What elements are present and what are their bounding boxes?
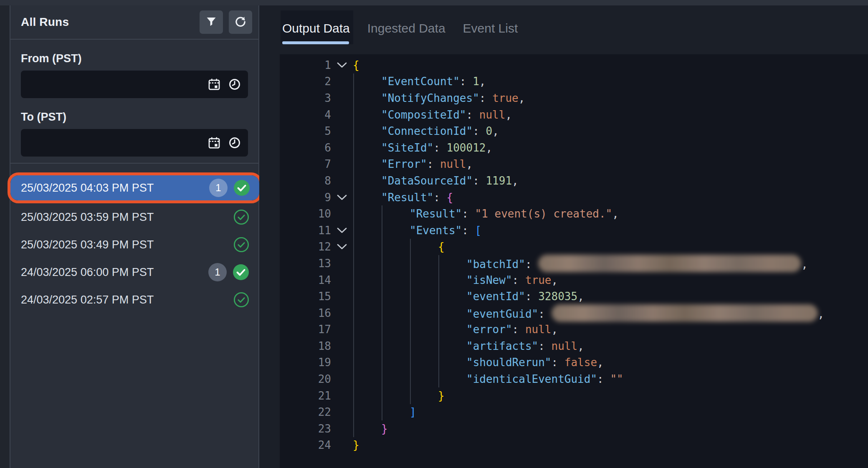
run-list-item[interactable]: 24/03/2025 06:00 PM PST1 [10, 258, 258, 286]
code-line: 19"shouldRerun": false, [280, 354, 868, 371]
tab-ingested-data[interactable]: Ingested Data [366, 10, 449, 44]
code-line: 3"NotifyChanges": true, [280, 90, 868, 106]
fold-chevron[interactable] [331, 243, 353, 250]
code-line: 5"ConnectionId": 0, [280, 123, 868, 139]
indent-guide [438, 255, 439, 387]
funnel-icon [205, 16, 217, 29]
indent-guide [353, 73, 354, 437]
clock-icon[interactable] [228, 136, 241, 149]
run-list-item[interactable]: 25/03/2025 03:49 PM PST [10, 231, 258, 258]
tab-event-list[interactable]: Event List [461, 10, 521, 44]
filter-button[interactable] [200, 10, 223, 34]
json-code-viewer[interactable]: 1{2"EventCount": 1,3"NotifyChanges": tru… [280, 54, 868, 468]
clock-icon[interactable] [228, 78, 241, 91]
redacted-value [538, 255, 801, 272]
line-number: 17 [280, 323, 331, 336]
code-line: 6"SiteId": 100012, [280, 139, 868, 156]
code-line: 23} [280, 420, 868, 437]
line-number: 20 [280, 373, 331, 385]
code-line: 1{ [280, 57, 868, 73]
success-check-filled-icon [233, 264, 249, 281]
code-line: 9"Result": { [280, 189, 868, 206]
panel-title: All Runs [21, 15, 194, 29]
code-line: 20"identicalEventGuid": "" [280, 371, 868, 387]
code-line: 4"CompositeId": null, [280, 106, 868, 123]
line-number: 22 [280, 406, 331, 418]
line-number: 3 [280, 92, 331, 104]
chevron-down-icon [337, 243, 347, 250]
fold-chevron[interactable] [331, 194, 353, 201]
left-rail [0, 5, 10, 468]
line-number: 15 [280, 290, 331, 303]
chevron-down-icon [337, 227, 347, 234]
chevron-down-icon [337, 62, 347, 68]
all-runs-header: All Runs [10, 5, 258, 40]
success-check-outline-icon [233, 237, 249, 253]
all-runs-panel: All Runs From (PST) [10, 5, 259, 468]
code-line: 2"EventCount": 1, [280, 73, 868, 90]
code-line: 13"batchId": , [280, 255, 868, 272]
window-top-strip [0, 0, 868, 5]
indent-guide [410, 239, 411, 404]
code-line: 10"Result": "1 event(s) created.", [280, 205, 868, 222]
tab-bar: Output DataIngested DataEvent List [281, 10, 521, 44]
code-line: 21} [280, 387, 868, 404]
code-line: 11"Events": [ [280, 222, 868, 239]
event-count-badge: 1 [208, 263, 227, 281]
line-number: 18 [280, 340, 331, 352]
line-number: 13 [280, 257, 331, 270]
code-line: 17"error": null, [280, 321, 868, 338]
fold-chevron[interactable] [331, 227, 353, 234]
run-list: 25/03/2025 04:03 PM PST125/03/2025 03:59… [10, 164, 258, 314]
code-line: 12{ [280, 239, 868, 256]
line-number: 2 [280, 75, 331, 88]
refresh-icon [234, 15, 247, 29]
run-timestamp: 24/03/2025 06:00 PM PST [21, 266, 208, 279]
to-datetime-input[interactable] [21, 129, 248, 157]
line-number: 11 [280, 224, 331, 237]
line-number: 23 [280, 422, 331, 435]
chevron-down-icon [337, 194, 347, 201]
code-line: 22] [280, 404, 868, 420]
code-line: 14"isNew": true, [280, 272, 868, 288]
line-number: 16 [280, 307, 331, 319]
run-list-item[interactable]: 24/03/2025 02:57 PM PST [10, 286, 258, 314]
main-area: Output DataIngested DataEvent List 1{2"E… [259, 5, 868, 468]
line-number: 10 [280, 207, 331, 220]
line-number: 9 [280, 191, 331, 204]
calendar-icon[interactable] [207, 136, 221, 150]
line-number: 6 [280, 142, 331, 154]
fold-chevron[interactable] [331, 62, 353, 68]
refresh-button[interactable] [229, 10, 252, 34]
date-filters-section: From (PST) To (PST) [10, 40, 258, 164]
line-number: 19 [280, 356, 331, 369]
run-timestamp: 25/03/2025 03:59 PM PST [21, 211, 233, 224]
tab-output-data[interactable]: Output Data [281, 10, 353, 44]
run-timestamp: 24/03/2025 02:57 PM PST [21, 293, 233, 306]
calendar-icon[interactable] [207, 77, 221, 91]
redacted-value [552, 304, 818, 322]
from-datetime-input[interactable] [21, 71, 248, 98]
code-line: 18"artifacts": null, [280, 338, 868, 354]
to-label: To (PST) [21, 111, 248, 124]
from-label: From (PST) [21, 52, 248, 65]
code-line: 8"DataSourceId": 1191, [280, 172, 868, 189]
line-number: 12 [280, 240, 331, 253]
line-number: 5 [280, 125, 331, 137]
run-list-item[interactable]: 25/03/2025 04:03 PM PST1 [10, 175, 259, 200]
line-number: 8 [280, 175, 331, 187]
line-number: 1 [280, 59, 331, 71]
indent-guide [382, 205, 382, 420]
run-timestamp: 25/03/2025 04:03 PM PST [21, 182, 209, 195]
run-list-item[interactable]: 25/03/2025 03:59 PM PST [10, 203, 258, 231]
line-number: 7 [280, 158, 331, 170]
code-line: 16"eventGuid": , [280, 305, 868, 321]
code-line: 24} [280, 437, 868, 454]
line-number: 14 [280, 274, 331, 286]
code-line: 7"Error": null, [280, 156, 868, 173]
line-number: 24 [280, 439, 331, 451]
code-line: 15"eventId": 328035, [280, 288, 868, 305]
success-check-filled-icon [233, 180, 250, 196]
line-number: 21 [280, 390, 331, 402]
success-check-outline-icon [233, 292, 249, 308]
